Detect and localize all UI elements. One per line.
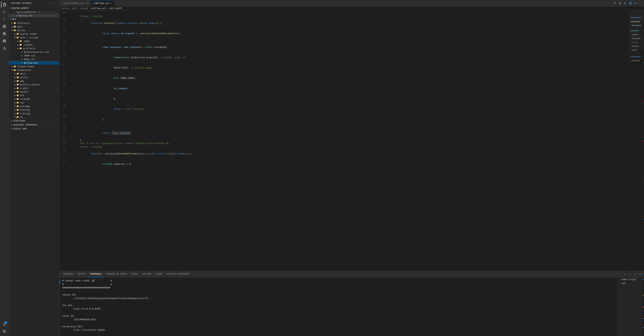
breadcrumb-extras[interactable]: extras <box>62 7 69 9</box>
crypto-item[interactable]: ▶📁crypto <box>9 86 59 90</box>
run-icon[interactable] <box>1 23 8 30</box>
willow-sol-label: ✕ ◈ Willow.sol extras/ipfs/script <box>13 14 59 17</box>
files-icon[interactable] <box>1 1 8 8</box>
willow-tab-close[interactable]: ✕ <box>110 1 113 5</box>
deps-item[interactable]: ▶📁.deps <box>9 39 59 43</box>
azure-panel-tab[interactable]: AZURE <box>154 271 164 277</box>
scroll-mark-blue-3 <box>643 219 644 219</box>
code-line-24: 24 3929173870, // method number <box>59 63 630 73</box>
bytesconverter-item[interactable]: ◈BytesConverter.sol <box>9 50 59 54</box>
folder-icon: 📁 <box>14 21 16 24</box>
testing-item[interactable]: ▶📁testing <box>9 108 59 112</box>
error-icon[interactable] <box>1 38 8 44</box>
debug-console-panel-tab[interactable]: CONSOLE DI DEBUG <box>104 271 129 277</box>
willow-editor-tab[interactable]: ◈ Willow.sol ✕ <box>91 0 115 6</box>
storage-item[interactable]: ▶📁storage <box>9 104 59 108</box>
eth-item[interactable]: ▶📁eth <box>9 93 59 97</box>
settings-icon[interactable] <box>1 328 8 335</box>
eye-action-icon[interactable]: 👁 <box>613 1 617 5</box>
ports-panel-tab[interactable]: PORTE <box>129 271 140 277</box>
docs-item[interactable]: ▶📁docs <box>9 25 59 28</box>
breadcrumb-script[interactable]: script <box>80 7 88 9</box>
tools-icon[interactable] <box>1 45 8 51</box>
ipc-header[interactable]: ▶ IPC <box>9 17 59 21</box>
more-action-icon[interactable]: ··· <box>638 1 642 5</box>
vm-item[interactable]: ▶📂vm <box>9 115 59 119</box>
actors-item[interactable]: ▶📁actors <box>9 75 59 79</box>
folder-icon4: 📁 <box>16 32 19 35</box>
term-scroll-blue <box>59 280 60 284</box>
testing-chevron: ▶ <box>14 109 16 111</box>
mycustomkernel-rs-item[interactable]: ⬡ mycustomkernel.rs fendermint/vm/interp… <box>9 10 59 14</box>
willow-tree-item[interactable]: ◈Willow.sol <box>9 61 59 64</box>
layout-action-icon[interactable]: ⊡ <box>633 1 638 5</box>
extensions-icon[interactable] <box>1 30 8 37</box>
editor-aperti-header[interactable]: ▶ EDITOR APERTI <box>9 6 59 10</box>
rpc-chevron: ▶ <box>14 102 16 104</box>
panel-more-icon[interactable]: ··· <box>628 272 632 276</box>
mycustomkernel-editor-tab[interactable]: ⬡ mycustomkernel.rs <box>59 0 91 6</box>
panel-up-icon[interactable]: ∧ <box>633 272 638 276</box>
code-editor[interactable]: 18 ftrace | funcSig 19 function execute(… <box>59 10 630 271</box>
contracts-item[interactable]: ▶📁contracts <box>9 21 59 25</box>
artifacts-item[interactable]: ▶📁artifacts <box>9 46 59 50</box>
rs-tab-icon: ⬡ <box>62 2 63 4</box>
panel-add-icon[interactable]: + <box>623 272 627 276</box>
abci-chevron: ▶ <box>14 73 16 75</box>
code-line-35: 35 uint256 capacity = 0; <box>59 159 630 169</box>
code-line-18: 18 <box>59 11 630 15</box>
abci-item[interactable]: ▶📁abci <box>9 72 59 75</box>
folder-icon23: 📂 <box>16 116 19 118</box>
tracing-item[interactable]: ▶📁tracing <box>9 112 59 115</box>
breadcrumb-willow[interactable]: Willow.sol <box>93 7 106 9</box>
gitlens-panel-tab[interactable]: GITLENS <box>140 271 154 277</box>
willow-close-icon[interactable]: ✕ <box>13 14 14 17</box>
extras-chevron: ▶ <box>11 30 13 31</box>
linked-token-item[interactable]: ▶📁linked-token <box>9 64 59 68</box>
user-action-icon[interactable]: 👤 <box>628 1 632 5</box>
sidebar-more-icon[interactable]: ··· <box>51 1 57 5</box>
forward-action-icon[interactable]: ▶ <box>623 1 627 5</box>
terminal-content[interactable]: # Subnet node ready! 🚀 # # # ###########… <box>60 277 617 336</box>
code-line-28: 28 false // don't mutate <box>59 104 630 114</box>
terminal-scrollbar-left <box>59 277 60 336</box>
search-icon[interactable] <box>1 9 8 15</box>
folder-icon2: 📁 <box>14 25 16 28</box>
problems-panel-tab[interactable]: PROBLEMI <box>61 271 76 277</box>
app-item[interactable]: ▶📁app <box>9 79 59 83</box>
rocksdb-item[interactable]: ▶📁rocksdb <box>9 97 59 101</box>
states-chevron: ▶ <box>18 44 18 46</box>
builtin-actors-item[interactable]: ▶📁builtin-actors <box>9 83 59 86</box>
account-icon[interactable]: 2 <box>1 321 8 327</box>
panel-close-icon[interactable]: ✕ <box>638 272 642 276</box>
terminal-panel-tab[interactable]: TERMINALE <box>88 271 104 277</box>
axelar-token-item[interactable]: ▶📁axelar-token <box>9 32 59 36</box>
term-scroll-right-blue3 <box>642 327 644 328</box>
breadcrumb-willow-ipc[interactable]: WillowIPC <box>110 7 122 9</box>
editor-area: 18 ftrace | funcSig 19 function execute(… <box>59 10 644 271</box>
extras-item[interactable]: ▶📂extras <box>9 28 59 32</box>
zsh-terminal-tab[interactable]: ⬡ zsh <box>618 281 642 285</box>
rpc-item[interactable]: ▶📁rpc <box>9 101 59 104</box>
source-control-icon[interactable] <box>1 16 8 22</box>
minimap-svg <box>630 10 644 271</box>
willow-sol-item[interactable]: ✕ ◈ Willow.sol extras/ipfs/script <box>9 14 59 17</box>
cbor-item[interactable]: ◈CBOR.sol <box>9 54 59 57</box>
ipfs-script-item[interactable]: ▶📂ipfs / script <box>9 36 59 39</box>
demo-item[interactable]: ◈Demo.sol <box>9 57 59 61</box>
contracts-chevron: ▶ <box>12 22 13 24</box>
folder-icon13: 📁 <box>16 79 19 82</box>
node-script-terminal-tab[interactable]: ⬡ node script <box>618 277 642 281</box>
sol-icon4: ◈ <box>20 61 23 64</box>
struttura-header[interactable]: ▶ STRUTTURA <box>9 119 59 123</box>
script-npm-header[interactable]: ▶ SCRIPT NPM <box>9 127 59 131</box>
fendermint-item[interactable]: ▶📂fendermint <box>9 68 59 72</box>
states-item[interactable]: ▶📁.states <box>9 43 59 46</box>
polyglot-panel-tab[interactable]: POLYGLOT NOTEBOOK <box>164 271 191 277</box>
rs-file-icon: ⬡ <box>13 10 16 13</box>
docker-item[interactable]: ▶📁docker <box>9 90 59 93</box>
split-action-icon[interactable]: ◧ <box>618 1 622 5</box>
breadcrumb-ipfs[interactable]: ipfs <box>72 7 78 9</box>
output-panel-tab[interactable]: OUTPUT <box>76 271 88 277</box>
sequenza-header[interactable]: ▶ SEQUENZA TEMPORALE <box>9 123 59 127</box>
